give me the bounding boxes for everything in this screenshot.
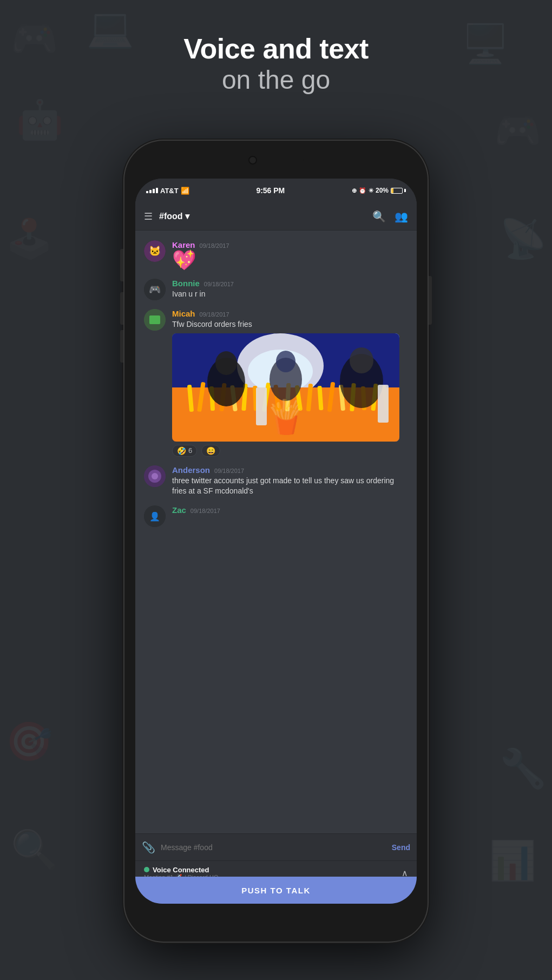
header-title-light: on the go	[0, 65, 552, 95]
avatar-bonnie: 🎮	[144, 279, 166, 300]
app-header: ☰ #food ▾ 🔍 👥	[135, 202, 417, 231]
username-anderson: Anderson	[172, 465, 210, 475]
svg-rect-35	[256, 387, 267, 425]
signal-bars	[146, 188, 158, 193]
svg-point-30	[215, 351, 237, 375]
username-zac: Zac	[172, 505, 186, 515]
signal-bar-1	[146, 191, 148, 193]
timestamp-bonnie: 09/18/2017	[204, 281, 234, 287]
reaction-laugh[interactable]: 🤣 6	[172, 445, 197, 457]
search-icon[interactable]: 🔍	[372, 210, 386, 223]
message-header-zac: Zac 09/18/2017	[172, 505, 408, 515]
username-micah: Micah	[172, 309, 195, 318]
battery-percent: 20%	[376, 187, 389, 194]
svg-point-39	[152, 473, 158, 479]
message-header-bonnie: Bonnie 09/18/2017	[172, 279, 408, 288]
message-content-anderson: Anderson 09/18/2017 three twitter accoun…	[172, 465, 408, 497]
signal-bar-4	[156, 188, 158, 193]
timestamp-karen: 09/18/2017	[200, 242, 229, 249]
alarm-icon: ⏰	[359, 187, 366, 194]
message-content-karen: Karen 09/18/2017 💖	[172, 240, 408, 270]
battery-indicator	[391, 188, 406, 194]
avatar-zac: 👤	[144, 505, 166, 527]
svg-rect-5	[149, 315, 160, 324]
avatar-karen: 🐱	[144, 240, 166, 262]
push-to-talk-label: PUSH TO TALK	[241, 886, 310, 895]
timestamp-micah: 09/18/2017	[200, 311, 229, 318]
status-time: 9:56 PM	[256, 186, 285, 195]
reaction-smile[interactable]: 😄	[201, 445, 220, 457]
username-karen: Karen	[172, 240, 195, 249]
message-header-karen: Karen 09/18/2017	[172, 240, 408, 249]
voice-connected-label: Voice Connected	[144, 866, 219, 874]
message-content-bonnie: Bonnie 09/18/2017 Ivan u r in	[172, 279, 408, 300]
battery-body	[391, 188, 403, 194]
phone-camera	[248, 156, 257, 165]
timestamp-zac: 09/18/2017	[190, 508, 220, 514]
hamburger-icon[interactable]: ☰	[144, 211, 153, 222]
message-item: 👤 Zac 09/18/2017	[135, 502, 417, 530]
page-header: Voice and text on the go	[0, 32, 552, 95]
avatar-micah	[144, 309, 166, 331]
app-header-icons: 🔍 👥	[372, 210, 408, 223]
svg-rect-36	[378, 385, 389, 423]
signal-bar-2	[149, 190, 152, 193]
phone-mockup: AT&T 📶 9:56 PM ⊕ ⏰ ✳ 20%	[124, 141, 428, 942]
phone-notch	[227, 153, 325, 168]
fries-image	[172, 333, 399, 442]
status-right: ⊕ ⏰ ✳ 20%	[352, 187, 406, 194]
message-header-anderson: Anderson 09/18/2017	[172, 465, 408, 475]
signal-bar-3	[153, 189, 155, 193]
svg-text:🐱: 🐱	[149, 245, 161, 257]
message-text-bonnie: Ivan u r in	[172, 289, 408, 300]
username-bonnie: Bonnie	[172, 279, 200, 288]
message-text-anderson: three twitter accounts just got made to …	[172, 476, 408, 497]
message-header-micah: Micah 09/18/2017	[172, 309, 408, 318]
reaction-emoji-2: 😄	[206, 446, 215, 455]
status-bar: AT&T 📶 9:56 PM ⊕ ⏰ ✳ 20%	[135, 179, 417, 202]
wifi-icon: 📶	[181, 187, 189, 195]
reaction-emoji: 🤣	[177, 446, 186, 455]
phone-screen: AT&T 📶 9:56 PM ⊕ ⏰ ✳ 20%	[135, 179, 417, 904]
svg-text:🎮: 🎮	[149, 284, 161, 295]
message-item: 🐱 Karen 09/18/2017 💖	[135, 237, 417, 273]
message-emoji-karen: 💖	[172, 251, 408, 270]
svg-text:👤: 👤	[149, 511, 160, 522]
attach-icon[interactable]: 📎	[142, 841, 155, 854]
battery-tip	[404, 189, 406, 192]
message-item: 🎮 Bonnie 09/18/2017 Ivan u r in	[135, 275, 417, 304]
svg-point-34	[350, 347, 373, 373]
message-item: Anderson 09/18/2017 three twitter accoun…	[135, 462, 417, 500]
avatar-anderson	[144, 465, 166, 487]
reactions-micah: 🤣 6 😄	[172, 445, 408, 457]
push-to-talk-button[interactable]: PUSH TO TALK	[135, 877, 417, 904]
fries-image-content	[172, 333, 399, 442]
message-input[interactable]	[161, 843, 386, 852]
message-item: Micah 09/18/2017 Tfw Discord orders frie…	[135, 306, 417, 460]
chat-area: 🐱 Karen 09/18/2017 💖	[135, 231, 417, 833]
battery-fill	[391, 188, 393, 193]
input-area: 📎 Send	[135, 833, 417, 860]
voice-dot	[144, 867, 149, 872]
timestamp-anderson: 09/18/2017	[214, 468, 244, 474]
location-icon: ⊕	[352, 187, 357, 194]
reaction-count: 6	[188, 446, 192, 455]
svg-point-32	[276, 351, 295, 372]
bluetooth-icon: ✳	[369, 187, 373, 194]
status-left: AT&T 📶	[146, 187, 189, 195]
message-text-micah: Tfw Discord orders fries	[172, 319, 408, 330]
message-content-micah: Micah 09/18/2017 Tfw Discord orders frie…	[172, 309, 408, 457]
phone-speaker	[266, 158, 304, 162]
send-button[interactable]: Send	[392, 843, 410, 852]
members-icon[interactable]: 👥	[395, 210, 408, 223]
carrier-name: AT&T	[160, 187, 179, 195]
channel-name[interactable]: #food ▾	[159, 211, 366, 221]
message-content-zac: Zac 09/18/2017	[172, 505, 408, 516]
header-title-bold: Voice and text	[0, 32, 552, 65]
phone-shell: AT&T 📶 9:56 PM ⊕ ⏰ ✳ 20%	[124, 141, 428, 942]
